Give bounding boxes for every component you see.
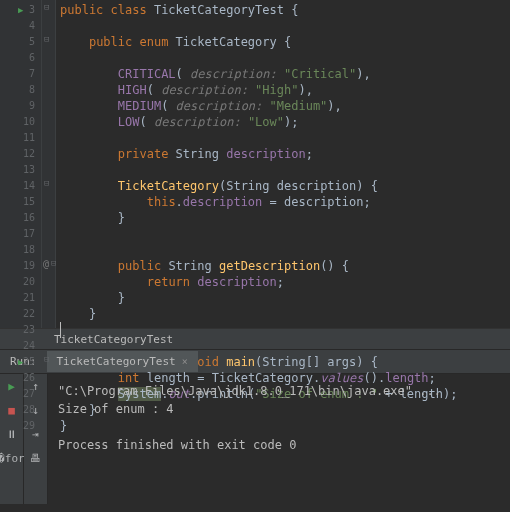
run-tab[interactable]: TicketCategoryTest × — [47, 351, 198, 372]
enum-name: TicketCategory — [176, 35, 277, 49]
code-editor[interactable]: ▶3 4 5 6 7 8 9 10 11 12 13 14 15 16 17 1… — [0, 0, 510, 328]
fold-icon[interactable]: ⊟ — [44, 178, 49, 188]
print-icon[interactable]: 🖶 — [28, 450, 44, 466]
main-method: main — [226, 355, 255, 369]
override-icon[interactable]: @ — [43, 258, 49, 269]
enum-const: MEDIUM — [118, 99, 161, 113]
enum-const: HIGH — [118, 83, 147, 97]
run-gutter-icon[interactable]: ▶ — [18, 2, 23, 18]
exit-icon[interactable]: �for — [4, 450, 20, 466]
fold-column: ⊟ ⊟ ⊟ @ ⊟ ⊟ — [42, 0, 56, 328]
fold-icon[interactable]: ⊟ — [44, 34, 49, 44]
console-line: Size of enum : 4 — [58, 400, 500, 418]
enum-const: LOW — [118, 115, 140, 129]
close-icon[interactable]: × — [182, 356, 188, 367]
run-gutter-icon[interactable]: ▶ — [18, 354, 23, 370]
class-name: TicketCategoryTest — [154, 3, 284, 17]
console-line: Process finished with exit code 0 — [58, 436, 500, 454]
fold-icon[interactable]: ⊟ — [44, 2, 49, 12]
console-line — [58, 418, 500, 436]
field-name: description — [226, 147, 305, 161]
code-content[interactable]: public class TicketCategoryTest { public… — [56, 0, 510, 328]
method-name: getDescription — [219, 259, 320, 273]
line-gutter: ▶3 4 5 6 7 8 9 10 11 12 13 14 15 16 17 1… — [0, 0, 42, 328]
fold-icon[interactable]: ⊟ — [44, 354, 49, 364]
console-output[interactable]: "C:\Program Files\Java\jdk1.8.0_171\bin\… — [48, 374, 510, 504]
constructor: TicketCategory — [118, 179, 219, 193]
console-line: "C:\Program Files\Java\jdk1.8.0_171\bin\… — [58, 382, 500, 400]
run-tab-label: TicketCategoryTest — [57, 355, 176, 368]
breadcrumb-item[interactable]: TicketCategoryTest — [54, 333, 173, 346]
enum-const: CRITICAL — [118, 67, 176, 81]
run-tool-window: Run: TicketCategoryTest × ▶ ■ ⏸ �for ↑ ↓… — [0, 350, 510, 504]
fold-icon[interactable]: ⊟ — [51, 258, 56, 268]
